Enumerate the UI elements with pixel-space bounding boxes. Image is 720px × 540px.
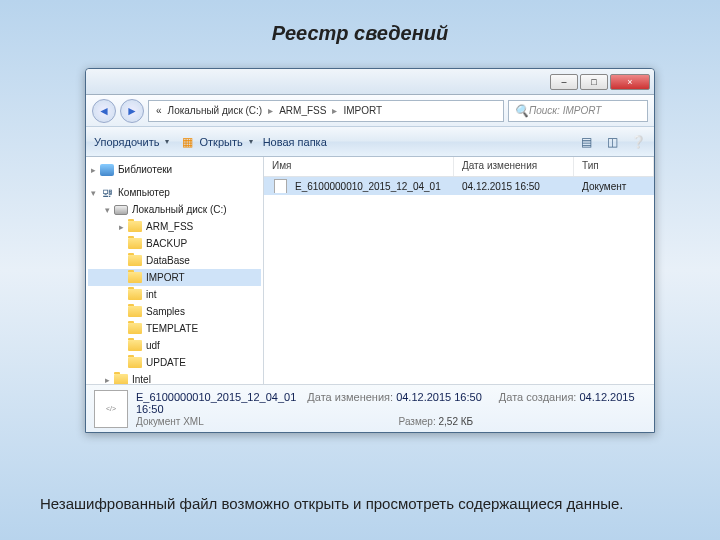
col-header-date[interactable]: Дата изменения (454, 157, 574, 176)
folder-icon (127, 271, 143, 285)
tree-folder[interactable]: Samples (88, 303, 261, 320)
breadcrumb-prefix: « (153, 105, 165, 116)
folder-tree: ▸ Библиотеки ▾ 🖳 Компьютер ▾ Локальный д… (86, 157, 264, 384)
folder-icon (127, 288, 143, 302)
close-button[interactable]: × (610, 74, 650, 90)
folder-icon (127, 305, 143, 319)
search-placeholder: Поиск: IMPORT (529, 105, 601, 116)
expand-icon: ▾ (102, 205, 113, 215)
details-size-value: 2,52 КБ (438, 416, 473, 427)
slide-title: Реестр сведений (0, 0, 720, 45)
chevron-right-icon: ▸ (329, 105, 340, 116)
folder-icon (127, 322, 143, 336)
chevron-right-icon: ▸ (265, 105, 276, 116)
new-folder-button[interactable]: Новая папка (263, 136, 327, 148)
tree-label: BACKUP (146, 238, 187, 249)
tree-label: DataBase (146, 255, 190, 266)
open-button[interactable]: ▦ Открыть (179, 134, 252, 150)
breadcrumb-folder-1[interactable]: ARM_FSS (276, 105, 329, 116)
tree-folder[interactable]: TEMPLATE (88, 320, 261, 337)
details-size-label: Размер: (399, 416, 436, 427)
expand-icon: ▸ (102, 375, 113, 385)
xml-file-icon: </> (94, 390, 128, 428)
col-header-type[interactable]: Тип (574, 157, 654, 176)
tree-folder[interactable]: int (88, 286, 261, 303)
tree-label: Библиотеки (118, 164, 172, 175)
tree-folder[interactable]: UPDATE (88, 354, 261, 371)
folder-icon (127, 254, 143, 268)
back-button[interactable]: ◄ (92, 99, 116, 123)
file-name: E_6100000010_2015_12_04_01 (295, 181, 441, 192)
breadcrumb-drive[interactable]: Локальный диск (C:) (165, 105, 266, 116)
tree-label: TEMPLATE (146, 323, 198, 334)
forward-button[interactable]: ► (120, 99, 144, 123)
library-icon (99, 163, 115, 177)
tree-label: IMPORT (146, 272, 185, 283)
content-area: ▸ Библиотеки ▾ 🖳 Компьютер ▾ Локальный д… (86, 157, 654, 384)
computer-icon: 🖳 (99, 186, 115, 200)
search-icon: 🔍 (513, 103, 529, 119)
view-icon[interactable]: ▤ (578, 134, 594, 150)
drive-icon (113, 203, 129, 217)
toolbar: Упорядочить ▦ Открыть Новая папка ▤ ◫ ❔ (86, 127, 654, 157)
tree-label: UPDATE (146, 357, 186, 368)
file-list-header: Имя Дата изменения Тип (264, 157, 654, 177)
tree-folder[interactable]: ▸ARM_FSS (88, 218, 261, 235)
tree-folder-selected[interactable]: IMPORT (88, 269, 261, 286)
tree-label: Локальный диск (C:) (132, 204, 227, 215)
search-input[interactable]: 🔍 Поиск: IMPORT (508, 100, 648, 122)
preview-icon[interactable]: ◫ (604, 134, 620, 150)
tree-computer[interactable]: ▾ 🖳 Компьютер (88, 184, 261, 201)
folder-icon (127, 220, 143, 234)
tree-drive[interactable]: ▾ Локальный диск (C:) (88, 201, 261, 218)
col-header-name[interactable]: Имя (264, 157, 454, 176)
minimize-button[interactable]: – (550, 74, 578, 90)
tree-folder[interactable]: udf (88, 337, 261, 354)
file-list: Имя Дата изменения Тип E_6100000010_2015… (264, 157, 654, 384)
organize-button[interactable]: Упорядочить (94, 136, 169, 148)
folder-icon (127, 356, 143, 370)
tree-label: Samples (146, 306, 185, 317)
titlebar: – □ × (86, 69, 654, 95)
tree-label: ARM_FSS (146, 221, 193, 232)
explorer-window: – □ × ◄ ► « Локальный диск (C:) ▸ ARM_FS… (85, 68, 655, 433)
details-pane: </> E_6100000010_2015_12_04_01 Дата изме… (86, 384, 654, 432)
folder-icon (127, 339, 143, 353)
tree-label: Компьютер (118, 187, 170, 198)
folder-icon (127, 237, 143, 251)
tree-folder[interactable]: ▸Intel (88, 371, 261, 384)
details-type: Документ XML (136, 416, 291, 427)
open-icon: ▦ (179, 134, 195, 150)
tree-label: udf (146, 340, 160, 351)
expand-icon: ▾ (88, 188, 99, 198)
nav-row: ◄ ► « Локальный диск (C:) ▸ ARM_FSS ▸ IM… (86, 95, 654, 127)
breadcrumb-folder-2[interactable]: IMPORT (340, 105, 385, 116)
file-date: 04.12.2015 16:50 (454, 181, 574, 192)
maximize-button[interactable]: □ (580, 74, 608, 90)
details-filename: E_6100000010_2015_12_04_01 Дата изменени… (136, 391, 646, 415)
list-item[interactable]: E_6100000010_2015_12_04_01 04.12.2015 16… (264, 177, 654, 195)
tree-folder[interactable]: BACKUP (88, 235, 261, 252)
slide-caption: Незашифрованный файл возможно открыть и … (40, 495, 624, 512)
tree-folder[interactable]: DataBase (88, 252, 261, 269)
collapse-icon: ▸ (88, 165, 99, 175)
breadcrumb[interactable]: « Локальный диск (C:) ▸ ARM_FSS ▸ IMPORT (148, 100, 504, 122)
expand-icon: ▸ (116, 222, 127, 232)
open-label: Открыть (199, 136, 242, 148)
tree-libraries[interactable]: ▸ Библиотеки (88, 161, 261, 178)
xml-file-icon (272, 179, 288, 193)
tree-label: Intel (132, 374, 151, 384)
help-icon[interactable]: ❔ (630, 134, 646, 150)
folder-icon (113, 373, 129, 385)
file-type: Документ (574, 181, 654, 192)
tree-label: int (146, 289, 157, 300)
